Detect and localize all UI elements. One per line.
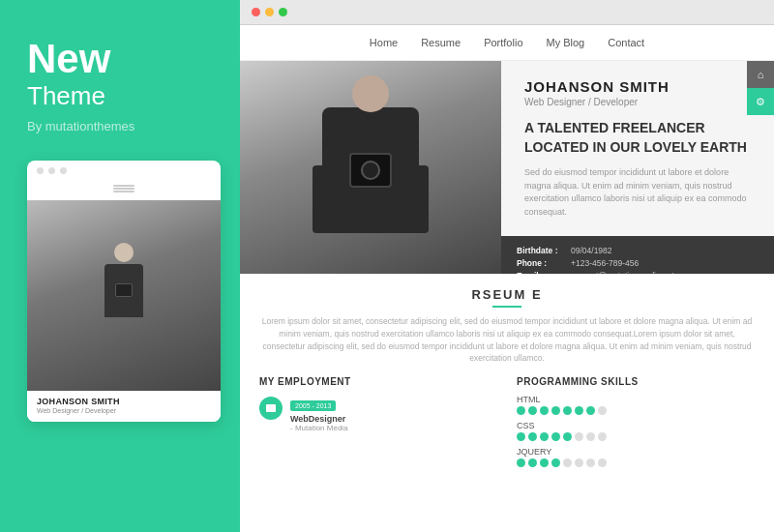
hero-camera-lens [361, 161, 380, 180]
nav-portfolio[interactable]: Portfolio [484, 37, 522, 48]
mini-nav [27, 181, 221, 196]
nav-resume[interactable]: Resume [421, 37, 461, 48]
hero-role: Web Designer / Developer [524, 97, 751, 107]
skill-dot [598, 432, 607, 441]
hero-fig [308, 71, 433, 264]
mini-photo-person [27, 200, 221, 391]
skill-dot [551, 406, 560, 415]
col-skills: Programming Skills HTML [517, 376, 755, 473]
two-columns: My Employment 2005 - 2013 WebDesigner - … [259, 376, 755, 473]
nav-blog[interactable]: My Blog [547, 37, 585, 48]
site-body: RSEUM E Lorem ipsum dolor sit amet, cons… [240, 274, 774, 532]
skill-dot [551, 458, 560, 467]
skill-dot [563, 406, 572, 415]
skill-dot [563, 432, 572, 441]
employment-title: My Employment [259, 376, 497, 387]
resume-desc: Lorem ipsum dolor sit amet, consectetur … [259, 315, 755, 365]
skill-dot [575, 406, 583, 415]
right-panel: Home Resume Portfolio My Blog Contact [240, 0, 774, 532]
mini-name-area: JOHANSON SMITH Web Designer / Developer [27, 391, 221, 422]
person-head [114, 243, 134, 262]
emp-icon [259, 397, 283, 420]
skill-jquery-dots [517, 458, 755, 467]
hero-birthdate-row: Birthdate : 09/04/1982 [517, 246, 759, 255]
browser-dot-green[interactable] [279, 8, 287, 16]
hero-top-info: ⌂ ⚙ JOHANSON SMITH Web Designer / Develo… [501, 61, 774, 236]
skill-dot [540, 458, 549, 467]
mini-name: JOHANSON SMITH [37, 397, 211, 406]
hero-body [322, 107, 419, 233]
hero-birthdate-value: 09/04/1982 [571, 246, 612, 255]
hero-head [352, 75, 389, 112]
mini-role: Web Designer / Developer [37, 407, 211, 414]
skill-dot [586, 458, 595, 467]
skill-dot [540, 406, 549, 415]
badge-new: New [27, 39, 110, 79]
skill-dot [586, 406, 595, 415]
skills-title: Programming Skills [517, 376, 755, 387]
hero-photo [240, 61, 501, 274]
skill-dot [575, 458, 583, 467]
hero-camera [349, 153, 392, 188]
emp-job-title: WebDesigner [290, 414, 348, 424]
skill-dot [517, 458, 525, 467]
skill-css-dots [517, 432, 755, 441]
browser-dot-yellow[interactable] [265, 8, 274, 16]
skill-dot [528, 432, 537, 441]
hero-phone-label: Phone : [517, 258, 567, 268]
person-camera [115, 283, 133, 297]
person-shape [90, 243, 158, 349]
skill-dot [563, 458, 572, 467]
skill-dot [528, 406, 537, 415]
mini-topbar [27, 161, 221, 181]
hero-icon-home[interactable]: ⌂ [747, 61, 774, 88]
hero-desc: Sed do eiusmod tempor incididunt ut labo… [524, 166, 751, 219]
mini-photo-area [27, 200, 221, 391]
hero-birthdate-label: Birthdate : [517, 246, 567, 255]
skill-dot [598, 406, 607, 415]
skill-html: HTML [517, 395, 755, 415]
emp-company: - Mutation Media [290, 424, 348, 432]
hero-person-figure [240, 61, 501, 274]
mini-dot-2 [48, 167, 55, 174]
skill-dot [551, 432, 560, 441]
browser-dot-red[interactable] [252, 8, 260, 16]
skill-html-dots [517, 406, 755, 415]
skill-dot [575, 432, 583, 441]
mini-nav-lines [113, 188, 134, 190]
skill-html-label: HTML [517, 395, 755, 404]
mini-dot-3 [60, 167, 67, 174]
hero-arms-left [313, 165, 332, 233]
hero-info: ⌂ ⚙ JOHANSON SMITH Web Designer / Develo… [501, 61, 774, 274]
resume-title: RSEUM E [259, 287, 755, 308]
nav-home[interactable]: Home [370, 37, 398, 48]
person-body [104, 264, 143, 317]
skill-jquery: JQUERY [517, 447, 755, 467]
skill-dot [517, 406, 525, 415]
website-content: Home Resume Portfolio My Blog Contact [240, 25, 774, 532]
nav-contact[interactable]: Contact [608, 37, 644, 48]
hero-icon-settings[interactable]: ⚙ [747, 88, 774, 115]
hero-tagline: A TALENTED FREELANCERLOCATED IN OUR LOVE… [524, 119, 751, 157]
skill-css-label: CSS [517, 421, 755, 430]
skill-css: CSS [517, 421, 755, 441]
emp-icon-inner [266, 404, 276, 412]
hero-arms-right [409, 165, 429, 233]
mini-preview-card: JOHANSON SMITH Web Designer / Developer [27, 161, 221, 422]
emp-details: 2005 - 2013 WebDesigner - Mutation Media [290, 395, 348, 432]
hero-phone-value: +123-456-789-456 [571, 258, 639, 268]
left-panel: New Theme By mutationthemes JOHANSON SMI… [0, 0, 240, 532]
skill-dot [517, 432, 525, 441]
employment-item: 2005 - 2013 WebDesigner - Mutation Media [259, 395, 497, 432]
skill-dot [586, 432, 595, 441]
emp-date-badge: 2005 - 2013 [290, 400, 336, 411]
site-nav: Home Resume Portfolio My Blog Contact [240, 25, 774, 61]
mini-dot-1 [37, 167, 44, 174]
badge-theme: Theme [27, 81, 105, 111]
hero-section: ⌂ ⚙ JOHANSON SMITH Web Designer / Develo… [240, 61, 774, 274]
skill-dot [528, 458, 537, 467]
skill-dot [598, 458, 607, 467]
skill-jquery-label: JQUERY [517, 447, 755, 457]
hero-icons-right: ⌂ ⚙ [747, 61, 774, 115]
col-employment: My Employment 2005 - 2013 WebDesigner - … [259, 376, 497, 473]
